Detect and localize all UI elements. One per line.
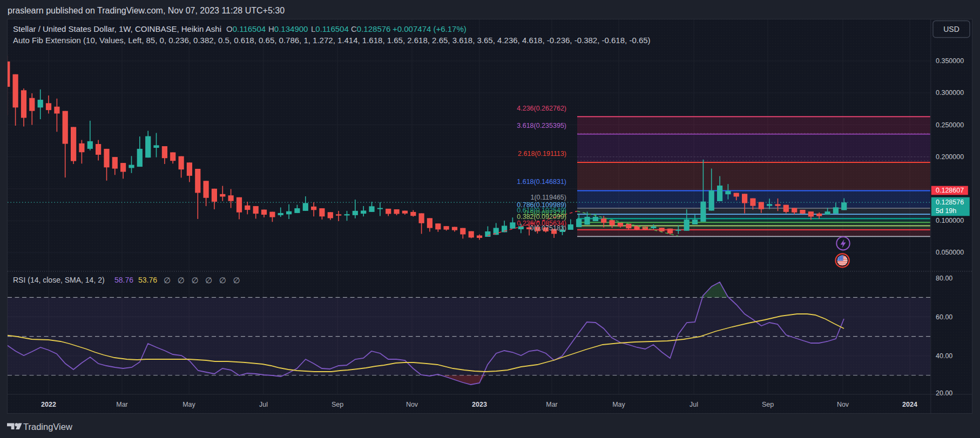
svg-text:O0.116504: O0.116504 bbox=[226, 24, 266, 33]
svg-text:0.050000: 0.050000 bbox=[936, 249, 964, 256]
svg-text:0(0.075183): 0(0.075183) bbox=[530, 224, 566, 232]
svg-text:Nov: Nov bbox=[837, 401, 849, 408]
svg-text:RSI (14, close, SMA, 14, 2): RSI (14, close, SMA, 14, 2) bbox=[13, 276, 105, 284]
svg-text:60.00: 60.00 bbox=[936, 313, 952, 321]
svg-text:Mar: Mar bbox=[116, 401, 128, 408]
svg-text:Auto Fib Extension (10, Values: Auto Fib Extension (10, Values, Left, 85… bbox=[13, 36, 651, 45]
svg-text:0.128576: 0.128576 bbox=[936, 199, 964, 206]
svg-text:Nov: Nov bbox=[406, 401, 418, 408]
svg-text:1(0.119465): 1(0.119465) bbox=[531, 194, 567, 201]
svg-text:USD: USD bbox=[943, 25, 959, 33]
svg-text:TradingView: TradingView bbox=[23, 422, 72, 432]
svg-text:Sep: Sep bbox=[762, 401, 774, 408]
svg-text:May: May bbox=[612, 401, 625, 408]
svg-text:58.76: 58.76 bbox=[114, 276, 133, 284]
svg-text:3.618(0.235395): 3.618(0.235395) bbox=[517, 122, 566, 129]
svg-text:∅: ∅ bbox=[178, 276, 185, 285]
svg-text:2023: 2023 bbox=[472, 401, 487, 408]
svg-text:Jul: Jul bbox=[690, 401, 698, 408]
svg-text:Stellar / United States Dollar: Stellar / United States Dollar, 1W, COIN… bbox=[13, 24, 221, 33]
svg-text:May: May bbox=[183, 401, 195, 408]
svg-text:40.00: 40.00 bbox=[936, 352, 952, 360]
svg-text:0.350000: 0.350000 bbox=[936, 57, 964, 65]
svg-text:L0.116504: L0.116504 bbox=[311, 24, 349, 33]
svg-text:2024: 2024 bbox=[902, 401, 917, 408]
svg-text:80.00: 80.00 bbox=[936, 275, 952, 282]
svg-text:4.236(0.262762): 4.236(0.262762) bbox=[517, 105, 566, 112]
svg-text:2.618(0.191113): 2.618(0.191113) bbox=[518, 150, 566, 158]
svg-text:0.128607: 0.128607 bbox=[936, 187, 964, 194]
svg-text:5d 19h: 5d 19h bbox=[936, 207, 956, 215]
svg-text:C0.128576: C0.128576 bbox=[351, 24, 390, 33]
svg-text:∅: ∅ bbox=[233, 276, 240, 285]
svg-text:Jul: Jul bbox=[259, 401, 268, 408]
svg-text:0.250000: 0.250000 bbox=[936, 121, 964, 129]
svg-text:+0.007474 (+6.17%): +0.007474 (+6.17%) bbox=[393, 24, 467, 33]
svg-text:∅: ∅ bbox=[164, 276, 171, 285]
svg-text:∅: ∅ bbox=[191, 276, 198, 285]
svg-text:2022: 2022 bbox=[41, 401, 56, 408]
svg-text:∅: ∅ bbox=[219, 276, 226, 285]
svg-text:praslearn published on Trading: praslearn published on TradingView.com, … bbox=[8, 6, 285, 15]
svg-text:∅: ∅ bbox=[205, 276, 212, 285]
svg-text:H0.134900: H0.134900 bbox=[268, 24, 308, 33]
svg-text:0.300000: 0.300000 bbox=[936, 89, 964, 97]
svg-text:Sep: Sep bbox=[332, 401, 343, 408]
svg-text:20.00: 20.00 bbox=[936, 389, 952, 397]
svg-text:1.618(0.146831): 1.618(0.146831) bbox=[517, 178, 566, 186]
svg-text:0.200000: 0.200000 bbox=[936, 153, 964, 161]
svg-text:53.76: 53.76 bbox=[138, 276, 157, 284]
svg-text:0.100000: 0.100000 bbox=[936, 217, 964, 224]
svg-text:Mar: Mar bbox=[546, 401, 558, 408]
